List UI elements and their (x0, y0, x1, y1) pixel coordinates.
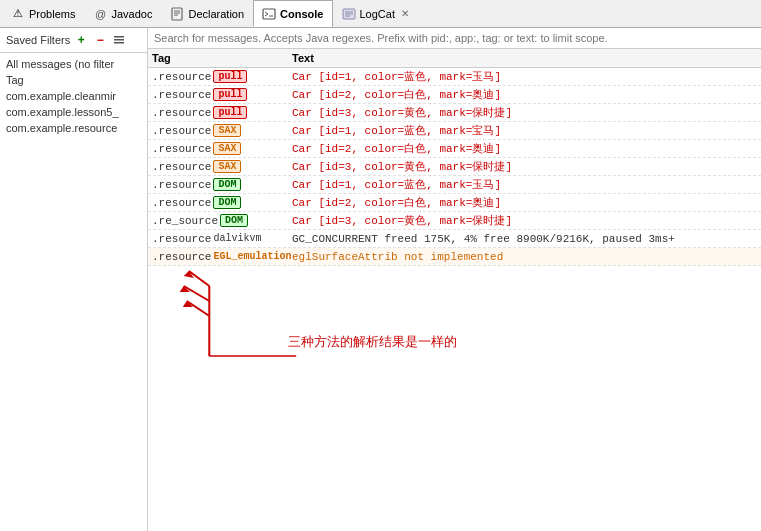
svg-line-14 (189, 271, 209, 286)
log-row: .resource DOM Car [id=2, color=白色, mark=… (148, 194, 761, 212)
svg-marker-19 (183, 301, 193, 307)
tab-console-label: Console (280, 8, 323, 20)
dom-badge: DOM (213, 196, 241, 209)
console-icon (262, 7, 276, 21)
svg-marker-17 (184, 271, 194, 278)
log-tag-cell: .resource SAX (148, 160, 288, 173)
svg-line-15 (184, 286, 210, 301)
log-tag-cell: .resource dalvikvm (148, 233, 288, 245)
log-row: .resource pull Car [id=2, color=白色, mark… (148, 86, 761, 104)
resource-label: .resource (152, 251, 211, 263)
egl-badge: EGL_emulation (213, 251, 291, 262)
log-text-cell: Car [id=1, color=蓝色, mark=玉马] (288, 69, 761, 84)
log-row: .resource pull Car [id=1, color=蓝色, mark… (148, 68, 761, 86)
tab-problems[interactable]: ⚠ Problems (2, 0, 84, 27)
sidebar-item-resource[interactable]: com.example.resource (6, 121, 141, 135)
tab-logcat[interactable]: LogCat ✕ (333, 0, 418, 27)
log-tag-cell: .resource SAX (148, 124, 288, 137)
main-container: Saved Filters + − All messages (no filte… (0, 28, 761, 531)
declaration-icon (170, 7, 184, 21)
pull-badge: pull (213, 106, 247, 119)
sidebar-item-all-messages[interactable]: All messages (no filter (6, 57, 141, 71)
log-row: .re_source DOM Car [id=3, color=黄色, mark… (148, 212, 761, 230)
tab-console[interactable]: Console (253, 0, 332, 27)
log-tag-cell: .resource SAX (148, 142, 288, 155)
resource-label: .resource (152, 125, 211, 137)
svg-rect-12 (114, 42, 124, 44)
sidebar-item-cleanmir[interactable]: com.example.cleanmir (6, 89, 141, 103)
log-row: .resource dalvikvm GC_CONCURRENT freed 1… (148, 230, 761, 248)
sax-badge: SAX (213, 142, 241, 155)
javadoc-icon: @ (93, 7, 107, 21)
log-text-cell: Car [id=3, color=黄色, mark=保时捷] (288, 159, 761, 174)
saved-filters-label: Saved Filters (6, 34, 70, 46)
log-row: .resource DOM Car [id=1, color=蓝色, mark=… (148, 176, 761, 194)
log-text-cell: GC_CONCURRENT freed 175K, 4% free 8900K/… (288, 233, 761, 245)
resource-label: .resource (152, 71, 211, 83)
log-text-cell: Car [id=2, color=白色, mark=奥迪] (288, 195, 761, 210)
log-tag-cell: .resource pull (148, 70, 288, 83)
content-area: Tag Text .resource pull Car [id=1, color… (148, 28, 761, 531)
log-text-cell: Car [id=3, color=黄色, mark=保时捷] (288, 105, 761, 120)
sax-badge: SAX (213, 124, 241, 137)
log-table-header: Tag Text (148, 49, 761, 68)
tag-column-header: Tag (148, 52, 288, 64)
sidebar-item-tag[interactable]: Tag (6, 73, 141, 87)
log-content: .resource pull Car [id=1, color=蓝色, mark… (148, 68, 761, 531)
log-text-cell: Car [id=1, color=蓝色, mark=玉马] (288, 177, 761, 192)
sidebar-header: Saved Filters + − (0, 28, 147, 53)
search-input[interactable] (154, 32, 755, 44)
svg-line-16 (187, 301, 209, 316)
sidebar: Saved Filters + − All messages (no filte… (0, 28, 148, 531)
log-text-cell: Car [id=2, color=白色, mark=奥迪] (288, 141, 761, 156)
resource-label: .re_source (152, 215, 218, 227)
log-area: Tag Text .resource pull Car [id=1, color… (148, 49, 761, 531)
tab-declaration-label: Declaration (188, 8, 244, 20)
log-tag-cell: .resource EGL_emulation (148, 251, 288, 263)
log-text-cell: Car [id=1, color=蓝色, mark=宝马] (288, 123, 761, 138)
dom-badge: DOM (213, 178, 241, 191)
resource-label: .resource (152, 143, 211, 155)
tab-bar: ⚠ Problems @ Javadoc Declaration Console… (0, 0, 761, 28)
log-row: .resource SAX Car [id=1, color=蓝色, mark=… (148, 122, 761, 140)
svg-rect-0 (172, 8, 182, 20)
svg-marker-18 (180, 286, 190, 292)
log-text-cell: Car [id=2, color=白色, mark=奥迪] (288, 87, 761, 102)
annotation-area: 三种方法的解析结果是一样的 (148, 266, 761, 376)
pull-badge: pull (213, 70, 247, 83)
tab-javadoc-label: Javadoc (111, 8, 152, 20)
dalvik-badge: dalvikvm (213, 233, 261, 244)
sidebar-list: All messages (no filter Tag com.example.… (0, 53, 147, 139)
annotation-text: 三种方法的解析结果是一样的 (288, 333, 457, 351)
log-row: .resource pull Car [id=3, color=黄色, mark… (148, 104, 761, 122)
text-column-header: Text (288, 52, 761, 64)
pull-badge: pull (213, 88, 247, 101)
add-filter-button[interactable]: + (73, 32, 89, 48)
problems-icon: ⚠ (11, 7, 25, 21)
sax-badge: SAX (213, 160, 241, 173)
log-tag-cell: .resource DOM (148, 196, 288, 209)
search-bar (148, 28, 761, 49)
svg-rect-10 (114, 36, 124, 38)
log-text-cell: Car [id=3, color=黄色, mark=保时捷] (288, 213, 761, 228)
resource-label: .resource (152, 89, 211, 101)
resource-label: .resource (152, 179, 211, 191)
tab-declaration[interactable]: Declaration (161, 0, 253, 27)
resource-label: .resource (152, 233, 211, 245)
log-tag-cell: .resource pull (148, 106, 288, 119)
log-row: .resource SAX Car [id=3, color=黄色, mark=… (148, 158, 761, 176)
dom-badge: DOM (220, 214, 248, 227)
resource-label: .resource (152, 197, 211, 209)
filter-menu-button[interactable] (111, 32, 127, 48)
log-row: .resource SAX Car [id=2, color=白色, mark=… (148, 140, 761, 158)
log-tag-cell: .resource DOM (148, 178, 288, 191)
tab-problems-label: Problems (29, 8, 75, 20)
sidebar-item-lesson5[interactable]: com.example.lesson5_ (6, 105, 141, 119)
remove-filter-button[interactable]: − (92, 32, 108, 48)
log-text-cell: eglSurfaceAttrib not implemented (288, 251, 761, 263)
resource-label: .resource (152, 107, 211, 119)
tab-javadoc[interactable]: @ Javadoc (84, 0, 161, 27)
log-tag-cell: .re_source DOM (148, 214, 288, 227)
logcat-close-icon[interactable]: ✕ (401, 8, 409, 19)
svg-rect-4 (263, 9, 275, 19)
